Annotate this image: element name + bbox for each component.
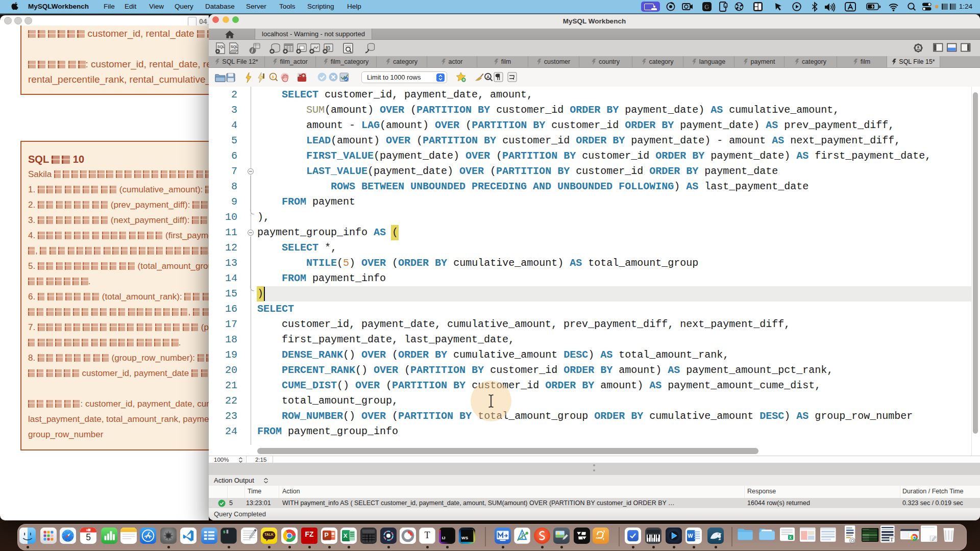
svg-text:SQL: SQL xyxy=(217,45,225,49)
svg-text:i: i xyxy=(252,48,253,54)
svg-text:A: A xyxy=(486,74,490,80)
svg-text:G: G xyxy=(704,4,709,11)
svg-text:SQL: SQL xyxy=(231,45,238,49)
